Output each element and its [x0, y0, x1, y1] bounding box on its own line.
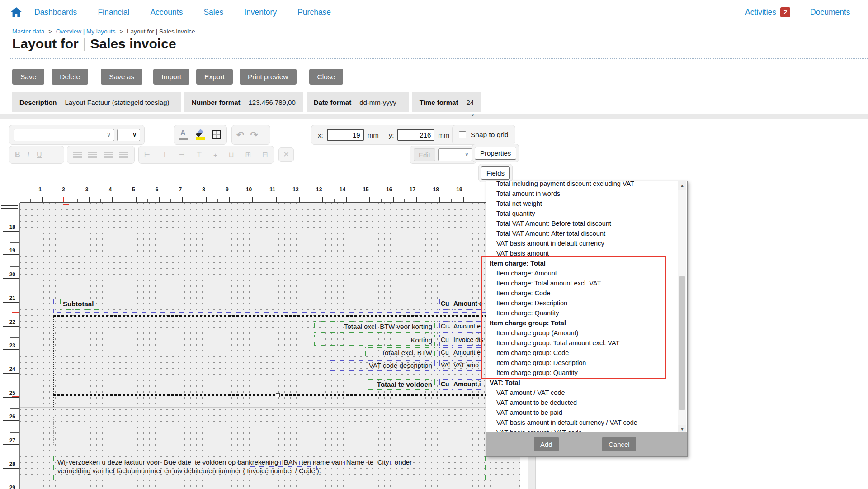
field-item[interactable]: Item charge: Amount — [486, 268, 676, 278]
export-button[interactable]: Export — [196, 69, 233, 85]
nav-item-activities[interactable]: Activities2 — [745, 7, 790, 17]
bold-icon[interactable]: B — [15, 151, 20, 159]
collapse-strip[interactable] — [0, 114, 868, 119]
x-position-input[interactable] — [327, 129, 364, 141]
field-item[interactable]: Item charge group (Amount) — [486, 328, 676, 338]
object-align-icon-7[interactable]: ⊞ — [245, 151, 251, 159]
nav-item-inventory[interactable]: Inventory — [244, 8, 277, 17]
save-as-button[interactable]: Save as — [101, 69, 142, 85]
band-separator[interactable] — [53, 394, 520, 396]
import-button[interactable]: Import — [153, 69, 189, 85]
field-item[interactable]: Total quantity — [486, 209, 676, 218]
object-align-icon-2[interactable]: ⊥ — [161, 151, 167, 159]
field-item[interactable]: Total net weight — [486, 199, 676, 209]
field-item[interactable]: Item charge group: Quantity — [486, 368, 676, 378]
merge-field-name[interactable]: Name — [344, 458, 366, 466]
merge-field-iban[interactable]: IBAN — [280, 458, 300, 466]
scroll-thumb[interactable] — [679, 276, 685, 410]
y-position-input[interactable] — [397, 129, 434, 141]
field-item[interactable]: Item charge group: Code — [486, 348, 676, 358]
object-align-icon-1[interactable]: ⊢ — [144, 151, 150, 159]
scroll-up-icon[interactable]: ▲ — [678, 181, 686, 190]
font-color-icon[interactable]: A — [179, 129, 189, 141]
merge-field-invoice-number[interactable]: Invoice number — [245, 466, 295, 475]
align-justify-icon[interactable] — [119, 152, 128, 158]
payment-terms-paragraph[interactable]: Wij verzoeken u deze factuur voor Due da… — [53, 456, 486, 483]
snap-to-grid-checkbox[interactable] — [459, 131, 466, 138]
field-item[interactable]: Item charge group: Total amount excl. VA… — [486, 338, 676, 348]
print-preview-button[interactable]: Print preview — [240, 69, 297, 85]
field-group-header[interactable]: Item charge group: Total — [486, 318, 676, 328]
save-button[interactable]: Save — [12, 69, 44, 85]
underline-icon[interactable]: U — [37, 151, 42, 159]
field-item[interactable]: Item charge group: Description — [486, 358, 676, 368]
properties-button[interactable]: Properties — [475, 147, 516, 160]
merge-field-code[interactable]: Code — [297, 466, 317, 475]
merge-field-city[interactable]: City — [376, 458, 391, 466]
resize-handle[interactable] — [276, 393, 280, 397]
field-group-header[interactable]: Item charge: Total — [486, 258, 676, 268]
add-button[interactable]: Add — [534, 437, 559, 451]
field-item[interactable]: Total including payment discount excludi… — [486, 181, 676, 189]
currency-field[interactable]: Cu — [439, 379, 450, 390]
field-item[interactable]: Total VAT Amount: After total discount — [486, 228, 676, 238]
field-item[interactable]: VAT basis amount in default currency / V… — [486, 418, 676, 427]
field-item[interactable]: Item charge: Description — [486, 298, 676, 308]
align-right-icon[interactable] — [104, 152, 113, 158]
fields-button[interactable]: Fields — [481, 166, 510, 180]
object-align-icon-4[interactable]: ⊤ — [196, 151, 202, 159]
nav-item-sales[interactable]: Sales — [203, 8, 223, 17]
field-item[interactable]: Item charge: Total amount excl. VAT — [486, 278, 676, 288]
breadcrumb-link-master-data[interactable]: Master data — [12, 28, 44, 35]
field-item[interactable]: VAT basis amount — [486, 248, 676, 258]
field-item[interactable]: VAT amount / VAT code — [486, 388, 676, 398]
nav-item-financial[interactable]: Financial — [98, 8, 129, 17]
align-left-icon[interactable] — [73, 152, 82, 158]
merge-field-due-date[interactable]: Due date — [162, 458, 193, 466]
collapse-chevron-icon[interactable]: ∨ — [471, 112, 474, 117]
currency-field[interactable]: Cu — [439, 321, 450, 333]
fields-list-scrollbar[interactable]: ▲ ▼ — [678, 181, 686, 433]
currency-field[interactable]: Cu — [439, 299, 450, 310]
total-row-label[interactable]: VAT code description — [325, 360, 435, 371]
total-row-label[interactable]: Totaal excl. BTW — [365, 347, 435, 358]
redo-icon[interactable]: ↷ — [250, 129, 258, 140]
borders-icon[interactable] — [211, 129, 222, 141]
field-item[interactable]: VAT basis amount in default currency — [486, 238, 676, 248]
edit-select[interactable]: ∨ — [438, 148, 472, 161]
object-align-icon-5[interactable]: + — [213, 151, 217, 159]
extra-text-block[interactable]: Extra text — [53, 417, 520, 445]
close-button[interactable]: Close — [309, 69, 344, 85]
nav-item-documents[interactable]: Documents — [810, 8, 850, 17]
field-item[interactable]: VAT amount to be paid — [486, 408, 676, 418]
italic-icon[interactable]: I — [28, 151, 29, 159]
currency-field[interactable]: Cu — [439, 335, 450, 346]
field-item[interactable]: VAT amount to be deducted — [486, 398, 676, 408]
object-align-icon-3[interactable]: ⊣ — [179, 151, 184, 159]
field-group-header[interactable]: VAT: Total — [486, 378, 676, 388]
field-item[interactable]: Total VAT Amount: Before total discount — [486, 218, 676, 228]
align-center-icon[interactable] — [88, 152, 97, 158]
home-icon[interactable] — [10, 6, 23, 19]
delete-button[interactable]: Delete — [52, 69, 88, 85]
object-align-icon-8[interactable]: ⊟ — [262, 151, 268, 159]
band-separator[interactable] — [53, 315, 520, 317]
field-item[interactable]: Total amount in words — [486, 189, 676, 199]
edit-button[interactable]: Edit — [414, 148, 435, 161]
object-align-icon-6[interactable]: ⊔ — [229, 151, 234, 159]
delete-object-icon[interactable]: ✕ — [278, 147, 294, 162]
undo-icon[interactable]: ↶ — [236, 129, 244, 140]
currency-field[interactable]: Cu — [439, 347, 450, 358]
currency-field[interactable]: VAT — [439, 360, 450, 371]
highlight-color-icon[interactable] — [195, 129, 206, 141]
breadcrumb-link-overview[interactable]: Overview | My layouts — [56, 28, 116, 35]
nav-item-accounts[interactable]: Accounts — [150, 8, 183, 17]
font-size-select[interactable]: ∨ — [117, 129, 140, 141]
field-item[interactable]: Item charge: Code — [486, 288, 676, 298]
subtotal-field[interactable]: Subtotaal — [60, 299, 104, 310]
nav-item-purchase[interactable]: Purchase — [297, 8, 331, 17]
field-item[interactable]: Item charge: Quantity — [486, 308, 676, 318]
total-row-label[interactable]: Totaal te voldoen — [364, 379, 435, 390]
layout-design-canvas[interactable]: Subtotaal Cu Amount e Totaal excl. BTW v… — [20, 203, 520, 489]
cancel-button[interactable]: Cancel — [602, 437, 636, 451]
